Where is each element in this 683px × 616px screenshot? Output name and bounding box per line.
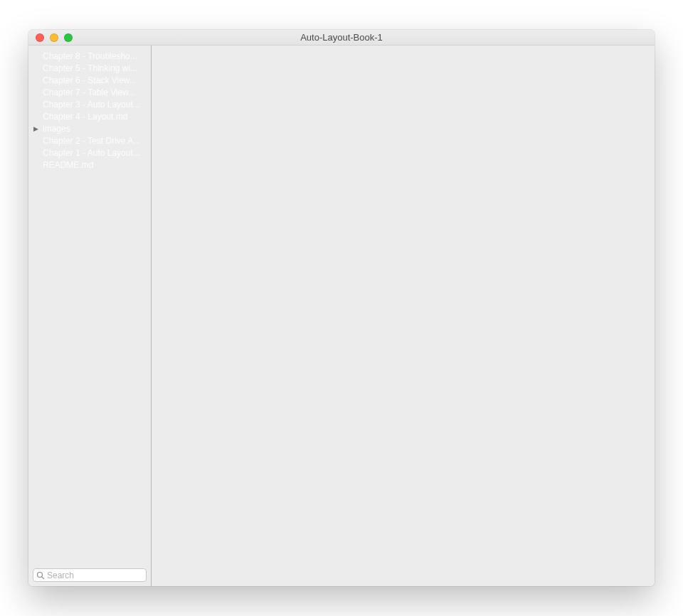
list-item-label: Chapter 5 - Thinking wi... [39, 63, 137, 73]
file-list: Chapter 8 - Troublesho... Chapter 5 - Th… [28, 46, 151, 565]
list-item-label: Chapter 2 - Test Drive A... [39, 136, 140, 146]
list-item[interactable]: Chapter 2 - Test Drive A... [28, 134, 151, 147]
list-item-label: images [39, 124, 70, 134]
search-input[interactable] [47, 570, 143, 580]
list-item[interactable]: Chapter 5 - Thinking wi... [28, 62, 151, 74]
zoom-icon[interactable] [64, 33, 73, 42]
list-item[interactable]: Chapter 8 - Troublesho... [28, 50, 151, 62]
minimize-icon[interactable] [50, 33, 58, 42]
list-item[interactable]: Chapter 4 - Layout.md [28, 110, 151, 122]
list-item-folder[interactable]: ▶ images [28, 122, 151, 134]
svg-line-1 [42, 576, 44, 578]
list-item[interactable]: Chapter 7 - Table View... [28, 86, 151, 98]
search-container [28, 565, 151, 586]
search-icon [36, 571, 45, 580]
list-item[interactable]: Chapter 1 - Auto Layout... [28, 147, 151, 159]
content-pane [152, 46, 655, 586]
window-title: Auto-Layout-Book-1 [28, 30, 655, 46]
list-item[interactable]: README.md [28, 159, 151, 171]
list-item-label: Chapter 1 - Auto Layout... [39, 148, 140, 158]
list-item-label: README.md [39, 160, 93, 170]
close-icon[interactable] [36, 33, 44, 42]
app-window: Auto-Layout-Book-1 Chapter 8 - Troublesh… [28, 30, 655, 586]
list-item-label: Chapter 3 - Auto Layout... [39, 100, 140, 110]
list-item[interactable]: Chapter 3 - Auto Layout... [28, 98, 151, 110]
sidebar: Chapter 8 - Troublesho... Chapter 5 - Th… [28, 46, 152, 586]
list-item-label: Chapter 4 - Layout.md [39, 112, 127, 122]
list-item[interactable]: Chapter 6 - Stack View... [28, 74, 151, 86]
titlebar[interactable]: Auto-Layout-Book-1 [28, 30, 655, 46]
window-body: Chapter 8 - Troublesho... Chapter 5 - Th… [28, 46, 655, 586]
list-item-label: Chapter 8 - Troublesho... [39, 51, 137, 61]
list-item-label: Chapter 7 - Table View... [39, 87, 135, 97]
search-field[interactable] [33, 568, 147, 582]
list-item-label: Chapter 6 - Stack View... [39, 75, 137, 85]
traffic-lights [28, 33, 73, 42]
disclosure-triangle-icon[interactable]: ▶ [32, 125, 39, 132]
